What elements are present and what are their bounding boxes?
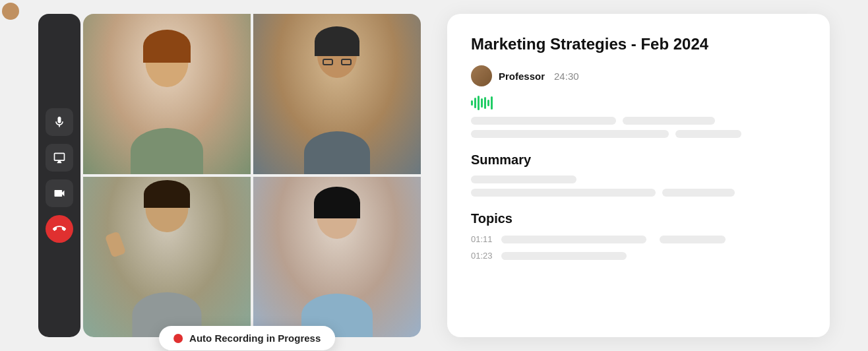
topic-row-2: 01:23 bbox=[471, 251, 806, 261]
skeleton-line-2 bbox=[623, 117, 715, 125]
wave-bar-3 bbox=[478, 96, 480, 110]
meeting-title: Marketing Strategies - Feb 2024 bbox=[471, 35, 806, 53]
wave-bar-5 bbox=[484, 97, 486, 109]
summary-skeleton bbox=[471, 176, 806, 197]
microphone-button[interactable] bbox=[46, 108, 73, 136]
topic-skeleton-2 bbox=[660, 236, 726, 243]
transcript-skeleton bbox=[471, 117, 806, 138]
wave-bar-2 bbox=[474, 98, 476, 108]
summary-title: Summary bbox=[471, 152, 806, 168]
skeleton-line-1 bbox=[471, 117, 616, 125]
wave-bar-4 bbox=[481, 98, 483, 108]
end-call-button[interactable] bbox=[46, 215, 73, 243]
topic-row-1: 01:11 bbox=[471, 234, 806, 244]
video-cell-2 bbox=[253, 14, 421, 174]
wave-bar-6 bbox=[487, 100, 489, 106]
wave-bar-1 bbox=[471, 100, 473, 106]
skeleton-line-3 bbox=[471, 130, 669, 138]
speaker-name: Professor bbox=[499, 71, 545, 82]
summary-skeleton-1 bbox=[471, 176, 576, 183]
video-cell-4 bbox=[253, 177, 421, 337]
transcript-panel: Marketing Strategies - Feb 2024 Professo… bbox=[447, 14, 830, 337]
recording-text: Auto Recording in Progress bbox=[189, 333, 321, 344]
summary-skeleton-3 bbox=[662, 189, 735, 197]
camera-button[interactable] bbox=[46, 179, 73, 207]
screen-share-button[interactable] bbox=[46, 144, 73, 172]
summary-skeleton-2 bbox=[471, 189, 656, 197]
video-cell-1 bbox=[83, 14, 251, 174]
skeleton-line-4 bbox=[675, 130, 741, 138]
topic-time-2: 01:23 bbox=[471, 251, 493, 261]
wave-bar-7 bbox=[491, 96, 493, 110]
video-cell-3 bbox=[83, 177, 251, 337]
audio-waveform bbox=[471, 96, 806, 110]
topic-time-1: 01:11 bbox=[471, 234, 493, 244]
speaker-time: 24:30 bbox=[554, 71, 579, 82]
controls-bar bbox=[38, 14, 80, 337]
video-grid bbox=[83, 14, 421, 337]
recording-badge: Auto Recording in Progress bbox=[159, 326, 335, 350]
speaker-avatar bbox=[471, 65, 492, 86]
speaker-row: Professor 24:30 bbox=[471, 65, 806, 86]
topic-skeleton-1 bbox=[501, 236, 646, 243]
video-call-panel: Auto Recording in Progress bbox=[38, 14, 421, 337]
topics-title: Topics bbox=[471, 211, 806, 226]
recording-dot bbox=[173, 334, 183, 343]
topic-skeleton-3 bbox=[501, 252, 627, 260]
